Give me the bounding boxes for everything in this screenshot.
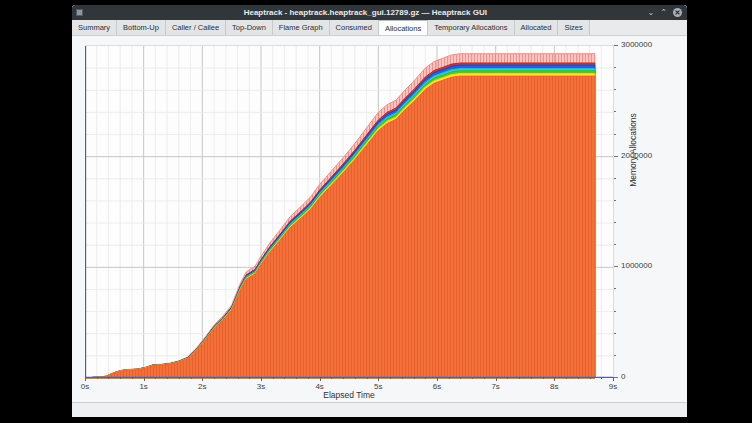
heaptrack-window: Heaptrack - heaptrack.heaptrack_gui.1278… <box>72 5 687 417</box>
x-tick <box>296 377 297 379</box>
x-tick <box>543 377 544 379</box>
y-tick <box>614 134 616 135</box>
x-tick <box>472 377 473 379</box>
x-tick <box>273 377 274 379</box>
app-icon <box>76 9 83 16</box>
titlebar[interactable]: Heaptrack - heaptrack.heaptrack_gui.1278… <box>72 5 687 20</box>
desktop: { "window": { "title": "Heaptrack - heap… <box>0 0 752 423</box>
tab-bottom-up[interactable]: Bottom-Up <box>117 20 166 35</box>
x-tick <box>531 377 532 379</box>
x-tick <box>496 377 497 381</box>
x-tick <box>320 377 321 381</box>
x-tick <box>449 377 450 379</box>
tab-allocations[interactable]: Allocations <box>379 20 428 35</box>
x-tick <box>85 377 86 381</box>
x-tick <box>601 377 602 379</box>
x-tick <box>308 377 309 379</box>
y-tick <box>614 266 618 267</box>
tabbar-filler <box>590 20 687 35</box>
x-tick <box>97 377 98 379</box>
chart-panel: 0s1s2s3s4s5s6s7s8s9s01000000200000030000… <box>72 36 687 402</box>
y-tick <box>614 67 616 68</box>
x-tick <box>214 377 215 379</box>
x-tick <box>425 377 426 379</box>
tab-temporary-allocations[interactable]: Temporary Allocations <box>428 20 514 35</box>
x-tick <box>343 377 344 379</box>
y-tick <box>614 288 616 289</box>
x-tick <box>120 377 121 379</box>
x-tick <box>507 377 508 379</box>
x-tick <box>566 377 567 379</box>
chart-canvas[interactable] <box>85 46 613 378</box>
x-tick <box>367 377 368 379</box>
tab-summary[interactable]: Summary <box>72 20 117 35</box>
y-tick <box>614 377 618 378</box>
y-tick <box>614 89 616 90</box>
y-tick <box>614 111 616 112</box>
x-tick <box>191 377 192 379</box>
tab-caller-callee[interactable]: Caller / Callee <box>166 20 226 35</box>
y-tick <box>614 333 616 334</box>
y-tick-label-3000000: 3000000 <box>621 40 652 50</box>
tab-allocated[interactable]: Allocated <box>515 20 559 35</box>
y-tick <box>614 355 616 356</box>
minimize-button[interactable]: ⌄ <box>648 8 655 17</box>
x-tick <box>108 377 109 379</box>
y-tick-label-1000000: 1000000 <box>621 261 652 271</box>
y-axis-title: Memory Allocations <box>628 90 638 210</box>
x-tick <box>378 377 379 381</box>
y-tick-label-0: 0 <box>621 372 625 382</box>
x-tick <box>155 377 156 379</box>
x-tick <box>554 377 555 381</box>
x-tick <box>390 377 391 379</box>
status-bar <box>72 402 687 417</box>
x-tick <box>238 377 239 379</box>
x-tick <box>284 377 285 379</box>
x-tick <box>249 377 250 379</box>
x-tick <box>460 377 461 379</box>
x-tick <box>578 377 579 379</box>
maximize-button[interactable]: ⌃ <box>660 8 667 17</box>
x-tick <box>179 377 180 379</box>
x-tick <box>355 377 356 379</box>
x-tick <box>484 377 485 379</box>
tab-consumed[interactable]: Consumed <box>330 20 379 35</box>
x-tick <box>167 377 168 379</box>
y-tick <box>614 45 618 46</box>
y-tick <box>614 178 616 179</box>
tab-flame-graph[interactable]: Flame Graph <box>273 20 330 35</box>
x-tick <box>590 377 591 379</box>
x-tick <box>226 377 227 379</box>
x-tick <box>437 377 438 381</box>
y-tick <box>614 311 616 312</box>
x-tick <box>402 377 403 379</box>
y-tick <box>614 244 616 245</box>
allocations-chart[interactable] <box>85 45 614 378</box>
x-tick <box>132 377 133 379</box>
y-tick <box>614 222 616 223</box>
tab-top-down[interactable]: Top-Down <box>226 20 273 35</box>
x-tick <box>144 377 145 381</box>
tab-sizes[interactable]: Sizes <box>558 20 589 35</box>
tab-bar: SummaryBottom-UpCaller / CalleeTop-DownF… <box>72 20 687 36</box>
x-tick <box>519 377 520 379</box>
x-axis-title: Elapsed Time <box>85 390 613 400</box>
x-tick <box>331 377 332 379</box>
x-tick <box>202 377 203 381</box>
x-tick <box>414 377 415 379</box>
y-tick <box>614 156 618 157</box>
y-tick <box>614 200 616 201</box>
close-button[interactable]: ✕ <box>673 8 682 17</box>
x-tick <box>261 377 262 381</box>
window-title: Heaptrack - heaptrack.heaptrack_gui.1278… <box>83 5 648 20</box>
window-controls: ⌄ ⌃ ✕ <box>648 8 682 17</box>
